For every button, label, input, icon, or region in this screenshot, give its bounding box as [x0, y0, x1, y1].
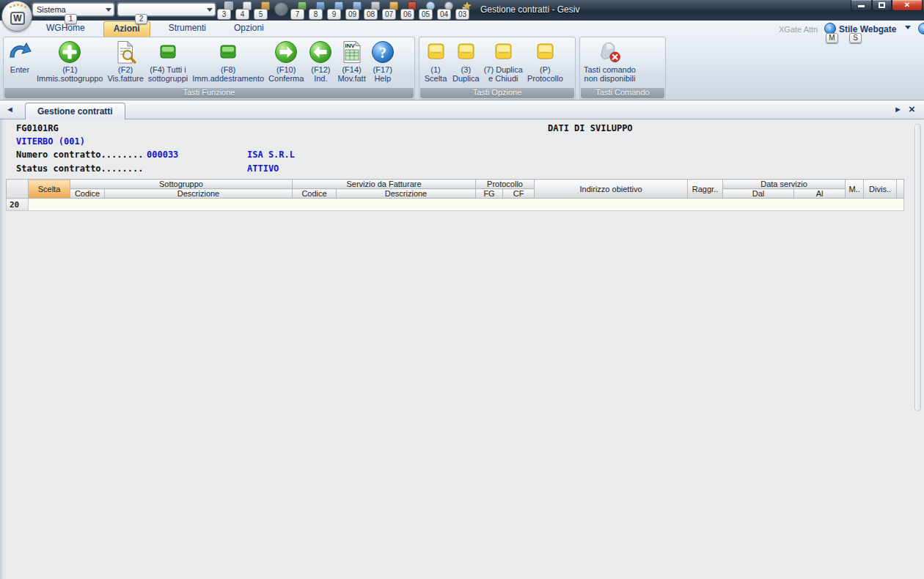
group-caption: Tasti Funzione: [4, 88, 414, 98]
contracts-table-body: 20: [7, 199, 904, 211]
row-number: 20: [7, 199, 29, 211]
ribbon-tab-strumenti[interactable]: Strumenti: [159, 21, 216, 37]
ribbon-button-label: (F8): [192, 65, 264, 74]
shortcut-badge: 07: [382, 9, 396, 20]
doc-search-icon: [113, 39, 138, 65]
minimize-button[interactable]: [851, 0, 872, 11]
col-header-cf[interactable]: CF: [503, 189, 535, 199]
col-header-m[interactable]: M..: [846, 180, 864, 199]
col-header-al[interactable]: Al: [794, 189, 846, 199]
webgate-style-icon-2[interactable]: [918, 23, 924, 34]
col-header-descrizione[interactable]: Descrizione: [105, 189, 293, 199]
ribbon-tab-opzioni[interactable]: Opzioni: [224, 21, 274, 37]
col-header-divis[interactable]: Divis..: [864, 180, 897, 199]
app-logo[interactable]: W: [1, 1, 32, 32]
shortcut-badge: 06: [400, 9, 414, 20]
document-tab-strip: ◄ Gestione contratti ► ×: [0, 101, 924, 119]
window-controls: ✕: [851, 0, 923, 11]
ribbon-button-label: Mov.fatt: [337, 74, 365, 83]
col-header-servizio[interactable]: Servizio da Fatturare: [293, 180, 476, 189]
ribbon-button-label: (F14): [337, 65, 365, 74]
ribbon-button-label: Help: [370, 74, 395, 83]
vertical-scrollbar[interactable]: [914, 124, 921, 411]
col-header-codice[interactable]: Codice: [70, 189, 105, 199]
chart-button[interactable]: 8: [309, 1, 326, 20]
app-logo-letter: W: [10, 12, 25, 25]
col-header-fg[interactable]: FG: [476, 189, 503, 199]
clipboard-button[interactable]: 5: [254, 1, 271, 20]
close-tab-icon[interactable]: ×: [909, 103, 915, 115]
shortcut-badge: 08: [364, 9, 378, 20]
contract-number-value[interactable]: 000033: [147, 150, 178, 160]
disk-button[interactable]: 06: [400, 1, 417, 20]
col-header-sottogruppo[interactable]: Sottogruppo: [70, 180, 293, 189]
scroll-tabs-right-icon[interactable]: ►: [894, 105, 902, 114]
ribbon-button-help[interactable]: ?(F17)Help: [368, 38, 397, 83]
col-header-protocollo[interactable]: Protocollo: [476, 180, 535, 189]
chevron-down-icon: [106, 8, 111, 12]
green-plus-icon: [57, 39, 82, 65]
col-header-indirizzo[interactable]: Indirizzo obiettivo: [535, 180, 688, 199]
branch-label: VITERBO (001): [16, 136, 85, 147]
ribbon: WGHomeAzioniStrumentiOpzioni XGate Attn …: [0, 21, 924, 100]
shortcut-badge: 7: [290, 9, 304, 20]
ribbon-button-duplica[interactable]: (3)Duplica: [450, 38, 482, 83]
ribbon-button-immis-sottogruppo[interactable]: (F1)Immis.sottogruppo: [34, 38, 105, 83]
printer-button[interactable]: 08: [364, 1, 381, 20]
group-caption: Tasti Comando: [581, 88, 664, 98]
scissors-button[interactable]: 3: [217, 1, 234, 20]
chart-add-button[interactable]: 7: [290, 1, 307, 20]
ribbon-button-label: e Chiudi: [484, 74, 523, 83]
col-header-clipped: [897, 180, 904, 199]
arrow-up-button[interactable]: 9: [327, 1, 344, 20]
col-header-codice2[interactable]: Codice: [293, 189, 337, 199]
ribbon-button-vis-fatture[interactable]: (F2)Vis.fatture: [105, 38, 145, 83]
ribbon-button-enter[interactable]: Enter: [5, 38, 34, 74]
arrow-up-minus-button[interactable]: 09: [345, 1, 362, 20]
ribbon-button-sottogruppi[interactable]: (F4) Tutti isottogruppi: [146, 38, 190, 83]
document-button[interactable]: 4: [235, 1, 252, 20]
sphere-button[interactable]: 04: [437, 1, 454, 20]
col-header-descrizione2[interactable]: Descrizione: [337, 189, 476, 199]
globe-icon: [274, 2, 288, 16]
group-tasti-funzione: Enter(F1)Immis.sottogruppo(F2)Vis.fattur…: [3, 37, 415, 100]
shortcut-badge-1: 1: [65, 14, 77, 24]
ribbon-button-mov-fatt[interactable]: INV(F14)Mov.fatt: [335, 38, 367, 83]
shortcut-badge: 5: [254, 9, 268, 20]
ribbon-button-imm-addestramento[interactable]: (F8)Imm.addestramento: [190, 38, 266, 83]
ribbon-button-e-chiudi[interactable]: (7) Duplicae Chiudi: [482, 38, 525, 83]
yellow-key-icon: [491, 39, 516, 65]
chevron-down-icon[interactable]: [905, 26, 911, 29]
ribbon-button-label: (F10): [268, 65, 304, 74]
ribbon-button-protocollo[interactable]: (P)Protocollo: [525, 38, 565, 83]
yellow-key-icon: [453, 39, 478, 65]
col-header-raggr[interactable]: Raggr..: [688, 180, 723, 199]
ribbon-button-label: (F1): [37, 65, 103, 74]
close-button[interactable]: ✕: [892, 0, 923, 11]
shortcut-badge-m: M: [826, 33, 838, 43]
col-header-data-servizio[interactable]: Data servizio: [723, 180, 846, 189]
pen-button[interactable]: 07: [382, 1, 399, 20]
tab-gestione-contratti[interactable]: Gestione contratti: [25, 103, 125, 119]
col-header-scelta[interactable]: Scelta: [29, 180, 70, 199]
ribbon-groups: Enter(F1)Immis.sottogruppo(F2)Vis.fattur…: [3, 37, 666, 100]
cloud-button[interactable]: 05: [419, 1, 436, 20]
scroll-tabs-left-icon[interactable]: ◄: [6, 105, 14, 114]
star-button[interactable]: 03: [455, 1, 472, 20]
ribbon-button-non-disponibili[interactable]: Tasti comandonon disponibili: [582, 38, 638, 83]
secondary-combo[interactable]: [117, 3, 216, 16]
col-header-dal[interactable]: Dal: [723, 189, 794, 199]
shortcut-badge-s: S: [849, 33, 862, 43]
yellow-key-icon: [532, 39, 557, 65]
ribbon-button-conferma[interactable]: (F10)Conferma: [266, 38, 306, 83]
xgate-attn-label: XGate Attn: [779, 25, 818, 34]
stile-webgate-button[interactable]: Stile Webgate: [839, 24, 896, 34]
ribbon-button-scelta[interactable]: (1)Scelta: [421, 38, 450, 83]
ribbon-button-ind[interactable]: (F12)Ind.: [306, 38, 335, 83]
shortcut-badge: 03: [455, 9, 469, 20]
group-tasti-opzione: (1)Scelta(3)Duplica(7) Duplicae Chiudi(P…: [419, 37, 576, 100]
contract-row-empty[interactable]: 20: [7, 199, 904, 211]
ribbon-button-label: non disponibili: [584, 74, 636, 83]
maximize-button[interactable]: [872, 0, 892, 11]
ribbon-button-label: sottogruppi: [148, 74, 188, 83]
